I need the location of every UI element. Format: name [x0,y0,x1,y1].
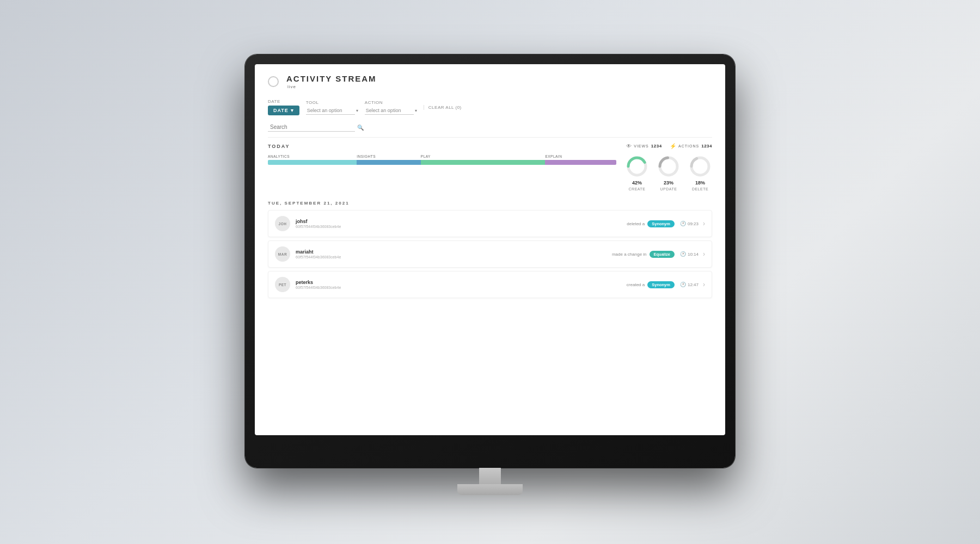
expand-button-mariaht[interactable]: › [703,250,705,258]
delete-donut-svg [688,154,712,178]
action-select-wrap: Select an option ▾ [365,107,417,115]
time-value-peterks: 12:47 [688,282,699,287]
progress-bar [268,160,616,165]
donut-charts: 42% CREATE 23% UPDATE [625,154,712,191]
eye-icon: 👁 [626,143,632,149]
action-text-mariaht: made a change in [612,252,647,257]
userid-mariaht: 60f57f544f34b36083ceb4e [296,255,612,259]
update-donut-svg [657,154,681,178]
userid-peterks: 60f57f544f34b36083ceb4e [296,286,627,289]
monitor-stand [457,468,523,498]
update-label: UPDATE [660,187,677,191]
tag-johsf: Synonym [647,220,675,227]
today-section-header: TODAY 👁 VIEWS 1234 ⚡ ActiONS 1234 [268,138,712,152]
expand-button-peterks[interactable]: › [703,281,705,288]
date-btn-label: DATE [273,108,289,113]
user-info-mariaht: mariaht 60f57f544f34b36083ceb4e [296,249,612,259]
app-content: Date DATE ▾ Tool Select an option [255,94,725,435]
action-text-peterks: created a [627,282,645,287]
delete-pct: 18% [695,180,705,186]
create-label: CREATE [629,187,646,191]
analytics-label: ANALYTICS [268,154,357,158]
action-select-arrow: ▾ [415,108,417,113]
userid-johsf: 60f57f544f34b36083ceb4e [296,225,627,228]
chart-section: ANALYTICS INSIGHTS PLAY EXPLAIN [268,152,712,197]
clear-all-button[interactable]: CLEAR ALL (0) [424,105,466,110]
app-logo [268,76,279,87]
insights-label: INSIGHTS [357,154,421,158]
activity-item-2: MAR mariaht 60f57f544f34b36083ceb4e made… [268,240,712,268]
time-mariaht: 🕐 10:14 [680,251,699,257]
date-section-title: TUE, SEPTEMBER 21, 2021 [268,201,712,206]
app-container: ACTIVITY STREAM live Date DATE ▾ [255,64,725,435]
monitor-outer: ACTIVITY STREAM live Date DATE ▾ [245,54,735,468]
tag-mariaht: Equalize [650,251,675,258]
avatar-johsf: JOH [275,216,290,231]
actions-stat: ⚡ ActiONS 1234 [670,143,712,149]
play-label: PLAY [421,154,546,158]
create-donut: 42% CREATE [625,154,649,191]
tool-select-wrap: Select an option ▾ [306,107,358,115]
tool-filter-label: Tool [306,100,358,105]
filters-row: Date DATE ▾ Tool Select an option [268,94,712,120]
activity-item-1: JOH johsf 60f57f544f34b36083ceb4e delete… [268,210,712,237]
user-info-johsf: johsf 60f57f544f34b36083ceb4e [296,219,627,228]
search-row: 🔍 [268,120,712,138]
views-stat: 👁 VIEWS 1234 [626,143,662,149]
actions-label: ActiONS [678,144,699,148]
clock-icon-3: 🕐 [680,282,686,287]
today-title: TODAY [268,144,290,149]
time-peterks: 🕐 12:47 [680,282,699,287]
activity-item-3: PET peterks 60f57f544f34b36083ceb4e crea… [268,271,712,298]
create-pct: 42% [632,180,642,186]
stand-base [457,484,523,495]
date-dropdown-icon: ▾ [291,108,294,113]
bar-insights [357,160,421,165]
date-filter-group: Date DATE ▾ [268,99,299,115]
time-johsf: 🕐 09:23 [680,221,699,226]
time-value-johsf: 09:23 [688,221,699,226]
search-input[interactable] [268,123,355,132]
avatar-peterks: PET [275,277,290,292]
monitor: ACTIVITY STREAM live Date DATE ▾ [245,54,735,468]
actions-value: 1234 [701,144,712,149]
page-title: ACTIVITY STREAM [286,74,377,83]
stand-neck [479,468,501,484]
monitor-screen: ACTIVITY STREAM live Date DATE ▾ [255,64,725,435]
username-mariaht: mariaht [296,249,612,255]
tool-select[interactable]: Select an option [306,107,355,115]
delete-label: DELETE [692,187,708,191]
bar-chart-labels: ANALYTICS INSIGHTS PLAY EXPLAIN [268,154,616,158]
avatar-mariaht: MAR [275,246,290,262]
bar-play [421,160,546,165]
create-donut-svg [625,154,649,178]
clock-icon-2: 🕐 [680,251,686,257]
bar-explain [545,160,616,165]
action-johsf: deleted a Synonym [627,220,675,227]
username-peterks: peterks [296,280,627,285]
expand-button-johsf[interactable]: › [703,220,705,227]
title-group: ACTIVITY STREAM live [286,74,377,89]
time-value-mariaht: 10:14 [688,252,699,257]
date-section: TUE, SEPTEMBER 21, 2021 JOH johsf 60f57f… [268,197,712,304]
explain-label: EXPLAIN [545,154,616,158]
live-badge: live [287,84,377,89]
views-label: VIEWS [634,144,649,148]
action-mariaht: made a change in Equalize [612,251,675,258]
delete-donut: 18% DELETE [688,154,712,191]
action-select[interactable]: Select an option [365,107,414,115]
bar-chart: ANALYTICS INSIGHTS PLAY EXPLAIN [268,154,616,165]
tag-peterks: Synonym [647,281,675,288]
date-filter-label: Date [268,99,299,104]
section-stats: 👁 VIEWS 1234 ⚡ ActiONS 1234 [626,143,712,149]
update-donut: 23% UPDATE [657,154,681,191]
clock-icon-1: 🕐 [680,221,686,226]
bar-analytics [268,160,357,165]
username-johsf: johsf [296,219,627,224]
views-value: 1234 [651,144,662,149]
app-header: ACTIVITY STREAM live [255,64,725,94]
action-peterks: created a Synonym [627,281,675,288]
action-filter-group: Action Select an option ▾ [365,100,417,115]
date-filter-button[interactable]: DATE ▾ [268,106,299,115]
actions-icon: ⚡ [670,143,677,149]
